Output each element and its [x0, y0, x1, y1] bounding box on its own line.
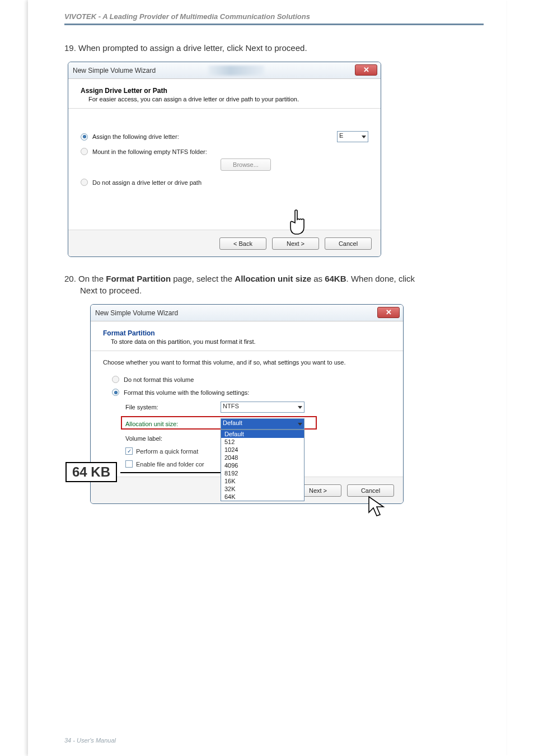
cursor-arrow-icon [367, 494, 389, 519]
alloc-select[interactable]: Default [221, 418, 305, 430]
back-button[interactable]: < Back [219, 237, 266, 250]
dialog1-titlebar: New Simple Volume Wizard ✕ [68, 62, 381, 79]
quick-format-checkbox[interactable]: ✓ [125, 447, 133, 455]
alloc-option[interactable]: 512 [221, 438, 304, 446]
step-20-text: 20. On the Format Partition page, select… [64, 273, 484, 296]
close-icon[interactable]: ✕ [377, 307, 400, 318]
fs-value: NTFS [223, 403, 239, 409]
fs-label: File system: [125, 404, 221, 410]
radio-mount-folder[interactable] [81, 148, 88, 155]
close-icon[interactable]: ✕ [355, 64, 377, 76]
quick-format-label: Perform a quick format [136, 448, 198, 455]
dialog1-title: New Simple Volume Wizard [73, 67, 156, 74]
next-button[interactable]: Next > [272, 237, 319, 250]
browse-button[interactable]: Browse... [221, 158, 271, 171]
alloc-option[interactable]: 16K [221, 477, 304, 485]
cancel-button[interactable]: Cancel [325, 237, 372, 250]
dialog2-subheading: To store data on this partition, you mus… [103, 338, 391, 345]
compress-label: Enable file and folder cor [136, 461, 204, 468]
callout-64kb: 64 KB [65, 462, 117, 482]
dialog1-subheading: For easier access, you can assign a driv… [81, 96, 368, 102]
compress-checkbox[interactable] [125, 460, 133, 468]
alloc-option[interactable]: 1024 [221, 446, 304, 454]
dialog-format-partition: New Simple Volume Wizard ✕ Format Partit… [90, 304, 404, 504]
dialog2-heading: Format Partition [103, 329, 391, 337]
alloc-value: Default [223, 419, 242, 426]
label-no-assign: Do not assign a drive letter or drive pa… [92, 179, 202, 186]
volume-label-label: Volume label: [125, 435, 221, 442]
alloc-dropdown-list[interactable]: Default 512 1024 2048 4096 8192 16K 32K … [221, 430, 305, 501]
alloc-option[interactable]: 2048 [221, 454, 304, 461]
alloc-option[interactable]: 64K [221, 493, 304, 501]
choose-text: Choose whether you want to format this v… [103, 359, 391, 366]
titlebar-blur [208, 66, 264, 76]
radio-format[interactable] [112, 389, 119, 396]
hand-pointer-icon [285, 208, 311, 237]
radio-no-assign[interactable] [81, 179, 88, 186]
fs-select[interactable]: NTFS [221, 402, 305, 413]
label-no-format: Do not format this volume [124, 376, 194, 383]
drive-letter-select[interactable]: E [337, 131, 368, 142]
alloc-option[interactable]: 32K [221, 485, 304, 493]
callout-line [120, 472, 228, 473]
label-format: Format this volume with the following se… [124, 389, 249, 396]
dialog-assign-drive-letter: New Simple Volume Wizard ✕ Assign Drive … [68, 62, 381, 257]
header-brand: VIVOTEK - A Leading Provider of Multimed… [64, 12, 310, 21]
drive-letter-value: E [339, 132, 343, 139]
alloc-option[interactable]: 8192 [221, 469, 304, 477]
dialog2-title: New Simple Volume Wizard [95, 309, 178, 317]
dialog2-titlebar: New Simple Volume Wizard ✕ [91, 305, 403, 321]
alloc-option[interactable]: Default [221, 430, 304, 438]
alloc-option[interactable]: 4096 [221, 461, 304, 469]
radio-assign-letter[interactable] [81, 133, 88, 141]
page-footer: 34 - User's Manual [64, 737, 116, 744]
page-header: VIVOTEK - A Leading Provider of Multimed… [64, 11, 484, 25]
dialog1-heading: Assign Drive Letter or Path [81, 87, 368, 95]
radio-no-format[interactable] [112, 376, 119, 383]
label-mount-folder: Mount in the following empty NTFS folder… [92, 148, 207, 155]
step-19-text: 19. When prompted to assign a drive lett… [64, 42, 484, 54]
label-assign-letter: Assign the following drive letter: [92, 133, 315, 140]
